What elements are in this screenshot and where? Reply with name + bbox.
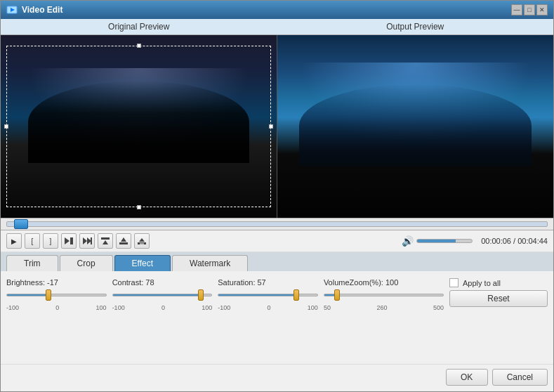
lift-icon	[100, 237, 110, 245]
scrubber-area	[1, 218, 553, 230]
time-separator: /	[511, 237, 517, 245]
original-video-panel	[1, 35, 277, 218]
controls-bar: ▶ [ ]	[1, 230, 553, 252]
mark-in-button[interactable]: [	[25, 233, 40, 249]
saturation-tick-min: -100	[218, 304, 230, 311]
skip-to-end-button[interactable]	[79, 233, 95, 249]
title-bar-left: Video Edit	[6, 4, 62, 15]
reset-button[interactable]: Reset	[449, 290, 548, 307]
overwrite-button[interactable]	[134, 233, 150, 249]
svg-marker-2	[65, 237, 70, 244]
output-video-panel	[277, 35, 553, 218]
play-button[interactable]: ▶	[6, 233, 22, 249]
brightness-thumb[interactable]	[46, 289, 51, 301]
step-forward-icon	[64, 237, 74, 245]
main-window: Video Edit — □ ✕ Original Preview Output…	[0, 0, 554, 392]
brightness-slider-group: Brightness: -17 -100 0 100	[6, 278, 107, 311]
handle-right-mid-left[interactable]	[269, 124, 273, 129]
app-icon	[6, 4, 18, 15]
cancel-button[interactable]: Cancel	[492, 369, 548, 386]
tab-watermark[interactable]: Watermark	[172, 255, 248, 271]
brightness-track[interactable]	[6, 294, 107, 296]
volume-slider[interactable]	[416, 239, 473, 243]
contrast-scale: -100 0 100	[112, 304, 213, 311]
apply-to-all-label: Apply to all	[463, 279, 501, 287]
tab-trim[interactable]: Trim	[6, 255, 58, 271]
saturation-fill	[218, 294, 296, 296]
volumezoom-tick-mid: 260	[376, 304, 387, 311]
volumezoom-slider-group: VolumeZoom(%): 100 50 260 500	[324, 278, 444, 311]
brightness-scale: -100 0 100	[6, 304, 107, 311]
handle-top-mid-left[interactable]	[137, 44, 141, 48]
total-time: 00:04:44	[517, 237, 548, 245]
extract-button[interactable]	[116, 233, 131, 249]
volumezoom-track[interactable]	[324, 294, 444, 296]
saturation-tick-max: 100	[308, 304, 318, 311]
extract-icon	[119, 237, 128, 245]
contrast-track[interactable]	[112, 294, 213, 296]
brightness-tick-min: -100	[6, 304, 19, 311]
svg-rect-6	[91, 237, 92, 244]
contrast-tick-max: 100	[202, 304, 212, 311]
title-bar: Video Edit — □ ✕	[1, 1, 553, 19]
saturation-thumb[interactable]	[294, 289, 299, 301]
tab-effect[interactable]: Effect	[114, 255, 171, 271]
saturation-track[interactable]	[218, 294, 318, 296]
silhouette-left	[28, 81, 249, 163]
sliders-row: Brightness: -17 -100 0 100 Contrast: 78	[6, 278, 548, 311]
brightness-fill	[7, 294, 48, 296]
output-preview-label: Output Preview	[277, 19, 554, 34]
contrast-fill	[113, 294, 201, 296]
mark-lift-button[interactable]	[98, 233, 113, 249]
brightness-tick-mid: 0	[55, 304, 59, 311]
ok-button[interactable]: OK	[446, 369, 488, 386]
saturation-tick-mid: 0	[268, 304, 271, 311]
handle-bottom-mid-left[interactable]	[137, 205, 141, 209]
brightness-tick-max: 100	[96, 304, 107, 311]
saturation-label: Saturation: 57	[218, 278, 318, 287]
apply-to-all-row: Apply to all	[449, 278, 548, 287]
contrast-tick-mid: 0	[161, 304, 165, 311]
close-button[interactable]: ✕	[536, 4, 548, 15]
svg-marker-4	[83, 237, 87, 244]
output-scene	[277, 35, 553, 218]
contrast-thumb[interactable]	[198, 289, 204, 301]
maximize-button[interactable]: □	[524, 4, 535, 15]
svg-rect-3	[70, 237, 73, 244]
saturation-slider-group: Saturation: 57 -100 0 100	[218, 278, 318, 311]
svg-rect-7	[101, 237, 110, 240]
silhouette-right	[299, 84, 531, 166]
title-controls: — □ ✕	[511, 4, 548, 15]
saturation-track-container	[218, 288, 318, 302]
volumezoom-thumb[interactable]	[334, 289, 340, 301]
original-scene	[1, 35, 277, 218]
skip-end-icon	[82, 237, 92, 245]
handle-left-mid-left[interactable]	[4, 124, 8, 129]
preview-area	[1, 35, 553, 218]
volumezoom-tick-min: 50	[324, 304, 331, 311]
original-preview-label: Original Preview	[1, 19, 277, 34]
apply-to-all-checkbox[interactable]	[449, 278, 459, 287]
scrubber-thumb[interactable]	[14, 219, 28, 229]
volumezoom-scale: 50 260 500	[324, 304, 444, 311]
volumezoom-track-container	[324, 288, 444, 302]
svg-rect-13	[140, 243, 144, 244]
svg-marker-9	[121, 237, 126, 242]
volumezoom-tick-max: 500	[433, 304, 444, 311]
window-title: Video Edit	[22, 5, 62, 15]
brightness-track-container	[6, 288, 107, 302]
effect-panel: Brightness: -17 -100 0 100 Contrast: 78	[1, 271, 553, 364]
minimize-button[interactable]: —	[511, 4, 522, 15]
current-time: 00:00:06	[481, 237, 511, 245]
scrubber-track[interactable]	[6, 221, 548, 227]
mark-out-button[interactable]: ]	[43, 233, 58, 249]
step-forward-button[interactable]	[61, 233, 77, 249]
contrast-slider-group: Contrast: 78 -100 0 100	[112, 278, 213, 311]
volume-icon: 🔊	[402, 235, 414, 247]
svg-rect-10	[119, 242, 128, 244]
tab-crop[interactable]: Crop	[60, 255, 113, 271]
time-display: 00:00:06 / 00:04:44	[481, 237, 548, 245]
right-controls: Apply to all Reset	[449, 278, 548, 307]
volumezoom-label: VolumeZoom(%): 100	[324, 278, 444, 287]
contrast-track-container	[112, 288, 213, 302]
